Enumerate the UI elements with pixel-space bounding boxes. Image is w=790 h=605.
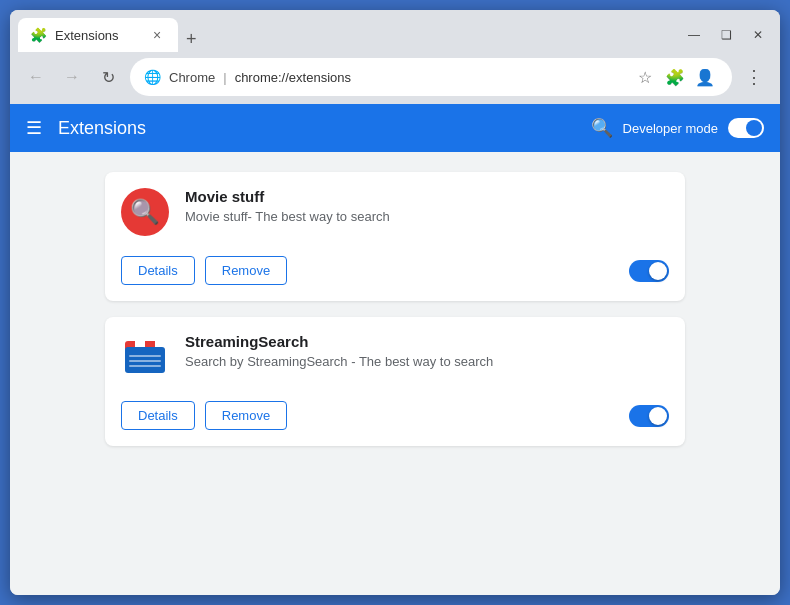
url-domain: Chrome <box>169 70 215 85</box>
clap-line-3 <box>129 365 161 367</box>
ext-card-bottom-movie-stuff: Details Remove <box>121 256 669 285</box>
url-separator: | <box>223 70 226 85</box>
ext-info-streaming: StreamingSearch Search by StreamingSearc… <box>185 333 669 369</box>
url-path: chrome://extensions <box>235 70 351 85</box>
developer-mode-area: 🔍 Developer mode <box>591 117 764 139</box>
developer-mode-toggle[interactable] <box>728 118 764 138</box>
close-button[interactable]: ✕ <box>744 21 772 49</box>
browser-menu-button[interactable]: ⋮ <box>740 63 768 91</box>
title-bar: 🧩 Extensions × + — ❑ ✕ <box>10 10 780 52</box>
new-tab-button[interactable]: + <box>178 26 205 52</box>
ext-desc-movie-stuff: Movie stuff- The best way to search <box>185 209 669 224</box>
toggle-movie-stuff[interactable] <box>629 260 669 282</box>
url-bar[interactable]: 🌐 Chrome | chrome://extensions ☆ 🧩 👤 <box>130 58 732 96</box>
clap-body <box>125 347 165 373</box>
profile-icon[interactable]: 👤 <box>692 64 718 90</box>
extensions-content: riash.com 🔍 Movie stuff Movie stuff- The… <box>10 152 780 595</box>
tab-title: Extensions <box>55 28 119 43</box>
ext-info-movie-stuff: Movie stuff Movie stuff- The best way to… <box>185 188 669 224</box>
tab-close-button[interactable]: × <box>148 26 166 44</box>
streaming-search-logo <box>121 333 169 381</box>
search-icon[interactable]: 🔍 <box>591 117 613 139</box>
active-tab[interactable]: 🧩 Extensions × <box>18 18 178 52</box>
ext-desc-streaming: Search by StreamingSearch - The best way… <box>185 354 669 369</box>
window-controls: — ❑ ✕ <box>680 21 772 49</box>
ext-name-streaming: StreamingSearch <box>185 333 669 350</box>
remove-button-streaming[interactable]: Remove <box>205 401 287 430</box>
forward-button[interactable]: → <box>58 63 86 91</box>
ext-card-bottom-streaming: Details Remove <box>121 401 669 430</box>
details-button-movie-stuff[interactable]: Details <box>121 256 195 285</box>
extensions-title: Extensions <box>58 118 591 139</box>
remove-button-movie-stuff[interactable]: Remove <box>205 256 287 285</box>
toggle-knob-streaming <box>649 407 667 425</box>
bookmark-icon[interactable]: ☆ <box>632 64 658 90</box>
ext-card-top: 🔍 Movie stuff Movie stuff- The best way … <box>121 188 669 236</box>
browser-window: 🧩 Extensions × + — ❑ ✕ ← → ↻ 🌐 Chrome | … <box>10 10 780 595</box>
clap-line-1 <box>129 355 161 357</box>
extension-card-streaming-search: StreamingSearch Search by StreamingSearc… <box>105 317 685 446</box>
maximize-button[interactable]: ❑ <box>712 21 740 49</box>
ext-name-movie-stuff: Movie stuff <box>185 188 669 205</box>
toggle-knob-movie-stuff <box>649 262 667 280</box>
movie-stuff-logo: 🔍 <box>121 188 169 236</box>
ext-card-top-streaming: StreamingSearch Search by StreamingSearc… <box>121 333 669 381</box>
back-button[interactable]: ← <box>22 63 50 91</box>
reload-button[interactable]: ↻ <box>94 63 122 91</box>
extensions-icon[interactable]: 🧩 <box>662 64 688 90</box>
clap-lines <box>129 355 161 367</box>
clapperboard-icon <box>125 341 165 373</box>
tab-bar: 🧩 Extensions × + <box>18 18 680 52</box>
minimize-button[interactable]: — <box>680 21 708 49</box>
movie-stuff-icon: 🔍 <box>130 198 160 226</box>
extension-card-movie-stuff: 🔍 Movie stuff Movie stuff- The best way … <box>105 172 685 301</box>
hamburger-menu-icon[interactable]: ☰ <box>26 117 42 139</box>
extensions-header: ☰ Extensions 🔍 Developer mode <box>10 104 780 152</box>
clap-line-2 <box>129 360 161 362</box>
developer-mode-label: Developer mode <box>623 121 718 136</box>
url-favicon: 🌐 <box>144 69 161 85</box>
tab-favicon: 🧩 <box>30 27 47 43</box>
url-action-icons: ☆ 🧩 👤 <box>632 64 718 90</box>
toggle-streaming[interactable] <box>629 405 669 427</box>
address-bar: ← → ↻ 🌐 Chrome | chrome://extensions ☆ 🧩… <box>10 52 780 104</box>
details-button-streaming[interactable]: Details <box>121 401 195 430</box>
toggle-knob <box>746 120 762 136</box>
